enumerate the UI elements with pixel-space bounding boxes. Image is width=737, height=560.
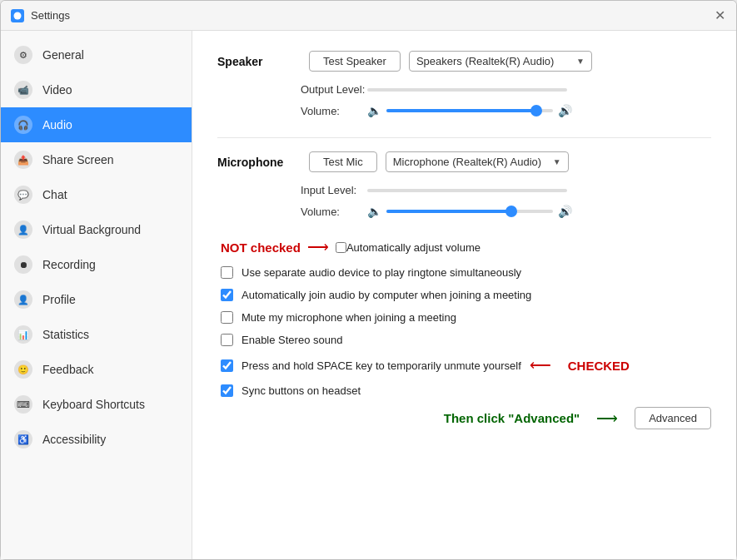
advanced-button[interactable]: Advanced: [635, 407, 711, 429]
keyboard-shortcuts-icon: ⌨: [14, 395, 32, 414]
app-icon: [11, 9, 24, 22]
speaker-label: Speaker: [217, 55, 301, 68]
not-checked-arrow-icon: ⟶: [307, 238, 329, 256]
sidebar-item-recording[interactable]: ⏺ Recording: [1, 247, 192, 282]
sidebar-label-recording: Recording: [42, 258, 96, 271]
microphone-label: Microphone: [217, 156, 301, 169]
sidebar-item-accessibility[interactable]: ♿ Accessibility: [1, 422, 192, 457]
feedback-icon: 🙂: [14, 360, 32, 379]
title-bar: Settings ✕: [1, 1, 736, 31]
microphone-row: Microphone Test Mic Microphone (Realtek(…: [217, 151, 711, 172]
sync-headset-label: Sync buttons on headset: [242, 384, 361, 397]
then-click-label: Then click "Advanced": [444, 411, 580, 425]
sidebar-item-share-screen[interactable]: 📤 Share Screen: [1, 142, 192, 177]
recording-icon: ⏺: [14, 255, 32, 274]
separate-audio-row: Use separate audio device to play ringto…: [217, 266, 711, 279]
sidebar-label-profile: Profile: [42, 293, 76, 306]
speaker-section: Speaker Test Speaker Speakers (Realtek(R…: [217, 51, 711, 117]
sidebar-label-chat: Chat: [42, 188, 67, 201]
sidebar-item-general[interactable]: ⚙ General: [1, 37, 192, 72]
sidebar-item-keyboard-shortcuts[interactable]: ⌨ Keyboard Shortcuts: [1, 387, 192, 422]
sidebar-label-virtual-background: Virtual Background: [42, 223, 141, 236]
microphone-volume-slider[interactable]: [386, 210, 553, 213]
microphone-input-level-row: Input Level:: [217, 184, 711, 196]
statistics-icon: 📊: [14, 325, 32, 344]
speaker-select-arrow: ▼: [576, 57, 585, 66]
speaker-row: Speaker Test Speaker Speakers (Realtek(R…: [217, 51, 711, 72]
mic-volume-high-icon: 🔊: [558, 205, 572, 218]
space-key-row: Press and hold SPACE key to temporarily …: [217, 356, 711, 374]
title-bar-left: Settings: [11, 9, 70, 22]
microphone-volume-controls: 🔈 🔊: [367, 205, 572, 218]
sidebar-label-share-screen: Share Screen: [42, 153, 114, 166]
auto-join-checkbox[interactable]: [221, 289, 233, 301]
stereo-checkbox[interactable]: [221, 334, 233, 346]
general-icon: ⚙: [14, 46, 32, 64]
mute-mic-label: Mute my microphone when joining a meetin…: [242, 311, 456, 324]
test-speaker-button[interactable]: Test Speaker: [309, 51, 401, 72]
speaker-volume-controls: 🔈 🔊: [367, 104, 572, 117]
sidebar-item-virtual-background[interactable]: 👤 Virtual Background: [1, 212, 192, 247]
mute-mic-checkbox[interactable]: [221, 311, 233, 324]
sidebar-label-feedback: Feedback: [42, 363, 93, 376]
microphone-device-name: Microphone (Realtek(R) Audio): [393, 156, 541, 168]
mute-mic-row: Mute my microphone when joining a meetin…: [217, 311, 711, 324]
sync-headset-row: Sync buttons on headset: [217, 384, 711, 397]
profile-icon: 👤: [14, 290, 32, 309]
sidebar-label-video: Video: [42, 83, 72, 97]
mic-select-arrow: ▼: [553, 157, 561, 166]
sidebar-label-accessibility: Accessibility: [42, 433, 106, 446]
microphone-volume-row: Volume: 🔈 🔊: [217, 205, 711, 218]
sidebar-item-video[interactable]: 📹 Video: [1, 72, 192, 107]
volume-low-icon: 🔈: [367, 104, 381, 117]
sidebar-item-profile[interactable]: 👤 Profile: [1, 282, 192, 317]
speaker-device-select[interactable]: Speakers (Realtek(R) Audio) ▼: [409, 51, 592, 72]
space-unmute-label: Press and hold SPACE key to temporarily …: [242, 359, 521, 372]
speaker-volume-row: Volume: 🔈 🔊: [217, 104, 711, 117]
chat-icon: 💬: [14, 186, 32, 204]
window-title: Settings: [31, 9, 70, 22]
microphone-volume-fill: [386, 210, 511, 213]
sidebar-label-statistics: Statistics: [42, 328, 89, 341]
sidebar-item-feedback[interactable]: 🙂 Feedback: [1, 352, 192, 387]
microphone-device-select[interactable]: Microphone (Realtek(R) Audio) ▼: [386, 151, 569, 172]
accessibility-icon: ♿: [14, 430, 32, 448]
microphone-section: Microphone Test Mic Microphone (Realtek(…: [217, 151, 711, 218]
auto-join-row: Automatically join audio by computer whe…: [217, 289, 711, 301]
auto-adjust-checkbox[interactable]: [336, 242, 346, 253]
mic-volume-low-icon: 🔈: [367, 205, 381, 218]
input-level-bar: [367, 189, 567, 192]
space-unmute-checkbox[interactable]: [221, 359, 233, 372]
svg-point-0: [14, 12, 22, 19]
close-button[interactable]: ✕: [713, 9, 726, 22]
not-checked-annotation-row: NOT checked ⟶ Automatically adjust volum…: [217, 238, 711, 256]
main-content: ⚙ General 📹 Video 🎧 Audio 📤 Share Screen…: [1, 31, 736, 559]
checked-annotation-label: CHECKED: [568, 359, 630, 373]
input-level-label: Input Level:: [301, 184, 367, 196]
not-checked-label: NOT checked: [221, 240, 301, 255]
microphone-volume-thumb[interactable]: [505, 206, 517, 217]
sidebar-item-audio[interactable]: 🎧 Audio: [1, 107, 192, 142]
microphone-volume-label: Volume:: [301, 206, 367, 218]
content-area: Speaker Test Speaker Speakers (Realtek(R…: [192, 31, 736, 559]
sidebar: ⚙ General 📹 Video 🎧 Audio 📤 Share Screen…: [1, 31, 192, 559]
stereo-label: Enable Stereo sound: [242, 334, 342, 346]
output-level-label: Output Level:: [301, 83, 367, 96]
sidebar-item-statistics[interactable]: 📊 Statistics: [1, 317, 192, 352]
speaker-output-level-row: Output Level:: [217, 83, 711, 96]
separate-audio-checkbox[interactable]: [221, 266, 233, 279]
sidebar-label-general: General: [42, 48, 84, 62]
section-divider-1: [217, 137, 711, 138]
sidebar-item-chat[interactable]: 💬 Chat: [1, 177, 192, 212]
audio-icon: 🎧: [14, 116, 32, 134]
separate-audio-label: Use separate audio device to play ringto…: [242, 266, 521, 279]
speaker-volume-thumb[interactable]: [530, 105, 542, 116]
share-screen-icon: 📤: [14, 151, 32, 169]
test-mic-button[interactable]: Test Mic: [309, 151, 377, 172]
output-level-bar: [367, 88, 567, 92]
sidebar-label-keyboard-shortcuts: Keyboard Shortcuts: [42, 398, 145, 411]
sidebar-label-audio: Audio: [42, 118, 72, 131]
sync-headset-checkbox[interactable]: [221, 384, 233, 397]
footer-row: Then click "Advanced" ⟶ Advanced: [217, 407, 711, 429]
speaker-volume-slider[interactable]: [386, 109, 553, 112]
